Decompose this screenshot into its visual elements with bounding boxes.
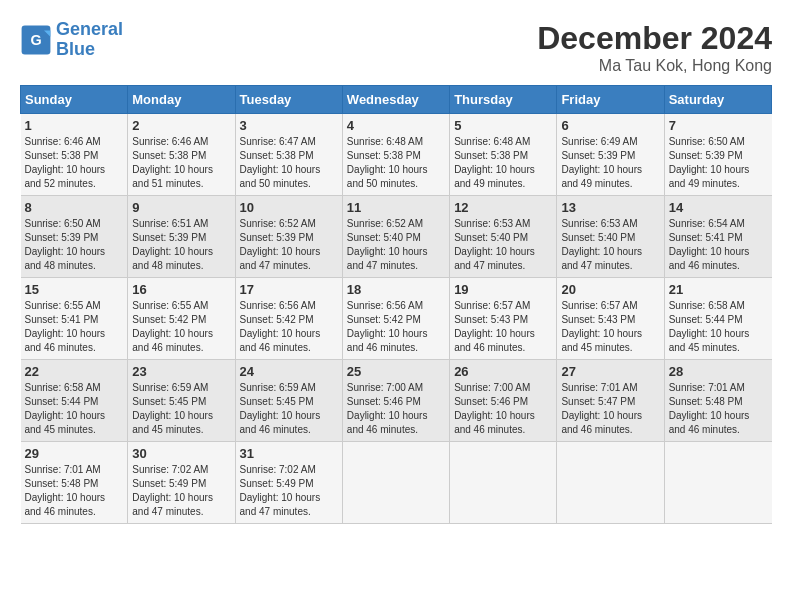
day-number: 17 (240, 282, 338, 297)
day-info: Sunrise: 6:59 AM Sunset: 5:45 PM Dayligh… (132, 381, 230, 437)
calendar-cell: 15 Sunrise: 6:55 AM Sunset: 5:41 PM Dayl… (21, 278, 128, 360)
calendar-week-row: 15 Sunrise: 6:55 AM Sunset: 5:41 PM Dayl… (21, 278, 772, 360)
logo-text: General Blue (56, 20, 123, 60)
day-info: Sunrise: 6:57 AM Sunset: 5:43 PM Dayligh… (561, 299, 659, 355)
day-info: Sunrise: 7:00 AM Sunset: 5:46 PM Dayligh… (454, 381, 552, 437)
header-saturday: Saturday (664, 86, 771, 114)
day-number: 2 (132, 118, 230, 133)
day-info: Sunrise: 7:02 AM Sunset: 5:49 PM Dayligh… (240, 463, 338, 519)
month-title: December 2024 (537, 20, 772, 57)
day-info: Sunrise: 6:50 AM Sunset: 5:39 PM Dayligh… (25, 217, 124, 273)
calendar-cell: 24 Sunrise: 6:59 AM Sunset: 5:45 PM Dayl… (235, 360, 342, 442)
day-info: Sunrise: 6:47 AM Sunset: 5:38 PM Dayligh… (240, 135, 338, 191)
calendar-cell: 4 Sunrise: 6:48 AM Sunset: 5:38 PM Dayli… (342, 114, 449, 196)
calendar-cell: 17 Sunrise: 6:56 AM Sunset: 5:42 PM Dayl… (235, 278, 342, 360)
day-number: 19 (454, 282, 552, 297)
day-info: Sunrise: 6:58 AM Sunset: 5:44 PM Dayligh… (669, 299, 768, 355)
svg-text:G: G (30, 32, 41, 48)
day-number: 26 (454, 364, 552, 379)
calendar-cell (342, 442, 449, 524)
day-info: Sunrise: 7:01 AM Sunset: 5:48 PM Dayligh… (25, 463, 124, 519)
day-number: 7 (669, 118, 768, 133)
day-info: Sunrise: 6:49 AM Sunset: 5:39 PM Dayligh… (561, 135, 659, 191)
calendar-cell: 11 Sunrise: 6:52 AM Sunset: 5:40 PM Dayl… (342, 196, 449, 278)
day-info: Sunrise: 6:55 AM Sunset: 5:41 PM Dayligh… (25, 299, 124, 355)
day-number: 18 (347, 282, 445, 297)
day-number: 4 (347, 118, 445, 133)
calendar-cell: 20 Sunrise: 6:57 AM Sunset: 5:43 PM Dayl… (557, 278, 664, 360)
day-number: 28 (669, 364, 768, 379)
day-number: 15 (25, 282, 124, 297)
header-tuesday: Tuesday (235, 86, 342, 114)
calendar-week-row: 22 Sunrise: 6:58 AM Sunset: 5:44 PM Dayl… (21, 360, 772, 442)
header: G General Blue December 2024 Ma Tau Kok,… (20, 20, 772, 75)
day-number: 31 (240, 446, 338, 461)
header-wednesday: Wednesday (342, 86, 449, 114)
day-number: 27 (561, 364, 659, 379)
day-info: Sunrise: 7:01 AM Sunset: 5:47 PM Dayligh… (561, 381, 659, 437)
day-number: 24 (240, 364, 338, 379)
calendar-cell: 5 Sunrise: 6:48 AM Sunset: 5:38 PM Dayli… (450, 114, 557, 196)
day-number: 13 (561, 200, 659, 215)
calendar-cell (557, 442, 664, 524)
day-info: Sunrise: 6:55 AM Sunset: 5:42 PM Dayligh… (132, 299, 230, 355)
header-sunday: Sunday (21, 86, 128, 114)
logo-line1: General (56, 19, 123, 39)
day-info: Sunrise: 6:46 AM Sunset: 5:38 PM Dayligh… (25, 135, 124, 191)
day-number: 10 (240, 200, 338, 215)
calendar-cell: 7 Sunrise: 6:50 AM Sunset: 5:39 PM Dayli… (664, 114, 771, 196)
calendar-cell: 27 Sunrise: 7:01 AM Sunset: 5:47 PM Dayl… (557, 360, 664, 442)
day-info: Sunrise: 6:57 AM Sunset: 5:43 PM Dayligh… (454, 299, 552, 355)
calendar-cell: 22 Sunrise: 6:58 AM Sunset: 5:44 PM Dayl… (21, 360, 128, 442)
calendar-cell: 18 Sunrise: 6:56 AM Sunset: 5:42 PM Dayl… (342, 278, 449, 360)
calendar-cell: 16 Sunrise: 6:55 AM Sunset: 5:42 PM Dayl… (128, 278, 235, 360)
calendar-week-row: 29 Sunrise: 7:01 AM Sunset: 5:48 PM Dayl… (21, 442, 772, 524)
day-number: 5 (454, 118, 552, 133)
calendar-cell: 3 Sunrise: 6:47 AM Sunset: 5:38 PM Dayli… (235, 114, 342, 196)
calendar-cell: 21 Sunrise: 6:58 AM Sunset: 5:44 PM Dayl… (664, 278, 771, 360)
day-number: 14 (669, 200, 768, 215)
calendar-cell: 23 Sunrise: 6:59 AM Sunset: 5:45 PM Dayl… (128, 360, 235, 442)
header-monday: Monday (128, 86, 235, 114)
day-number: 30 (132, 446, 230, 461)
logo: G General Blue (20, 20, 123, 60)
day-number: 23 (132, 364, 230, 379)
calendar-header-row: SundayMondayTuesdayWednesdayThursdayFrid… (21, 86, 772, 114)
day-number: 21 (669, 282, 768, 297)
calendar-cell: 29 Sunrise: 7:01 AM Sunset: 5:48 PM Dayl… (21, 442, 128, 524)
calendar-cell: 30 Sunrise: 7:02 AM Sunset: 5:49 PM Dayl… (128, 442, 235, 524)
day-number: 16 (132, 282, 230, 297)
location-title: Ma Tau Kok, Hong Kong (537, 57, 772, 75)
day-number: 25 (347, 364, 445, 379)
day-number: 8 (25, 200, 124, 215)
day-info: Sunrise: 6:53 AM Sunset: 5:40 PM Dayligh… (561, 217, 659, 273)
day-info: Sunrise: 6:58 AM Sunset: 5:44 PM Dayligh… (25, 381, 124, 437)
day-number: 1 (25, 118, 124, 133)
calendar-cell: 2 Sunrise: 6:46 AM Sunset: 5:38 PM Dayli… (128, 114, 235, 196)
day-info: Sunrise: 6:59 AM Sunset: 5:45 PM Dayligh… (240, 381, 338, 437)
logo-icon: G (20, 24, 52, 56)
calendar-cell: 19 Sunrise: 6:57 AM Sunset: 5:43 PM Dayl… (450, 278, 557, 360)
calendar-cell: 28 Sunrise: 7:01 AM Sunset: 5:48 PM Dayl… (664, 360, 771, 442)
day-info: Sunrise: 6:50 AM Sunset: 5:39 PM Dayligh… (669, 135, 768, 191)
logo-line2: Blue (56, 39, 95, 59)
day-number: 6 (561, 118, 659, 133)
calendar-cell (450, 442, 557, 524)
day-info: Sunrise: 7:00 AM Sunset: 5:46 PM Dayligh… (347, 381, 445, 437)
day-info: Sunrise: 6:52 AM Sunset: 5:39 PM Dayligh… (240, 217, 338, 273)
calendar-week-row: 1 Sunrise: 6:46 AM Sunset: 5:38 PM Dayli… (21, 114, 772, 196)
title-area: December 2024 Ma Tau Kok, Hong Kong (537, 20, 772, 75)
day-info: Sunrise: 6:54 AM Sunset: 5:41 PM Dayligh… (669, 217, 768, 273)
day-number: 12 (454, 200, 552, 215)
calendar-cell: 25 Sunrise: 7:00 AM Sunset: 5:46 PM Dayl… (342, 360, 449, 442)
day-number: 3 (240, 118, 338, 133)
calendar-cell: 10 Sunrise: 6:52 AM Sunset: 5:39 PM Dayl… (235, 196, 342, 278)
day-info: Sunrise: 6:53 AM Sunset: 5:40 PM Dayligh… (454, 217, 552, 273)
day-number: 22 (25, 364, 124, 379)
calendar-cell: 13 Sunrise: 6:53 AM Sunset: 5:40 PM Dayl… (557, 196, 664, 278)
day-info: Sunrise: 6:51 AM Sunset: 5:39 PM Dayligh… (132, 217, 230, 273)
day-info: Sunrise: 6:56 AM Sunset: 5:42 PM Dayligh… (240, 299, 338, 355)
calendar-cell: 14 Sunrise: 6:54 AM Sunset: 5:41 PM Dayl… (664, 196, 771, 278)
day-number: 20 (561, 282, 659, 297)
day-number: 9 (132, 200, 230, 215)
